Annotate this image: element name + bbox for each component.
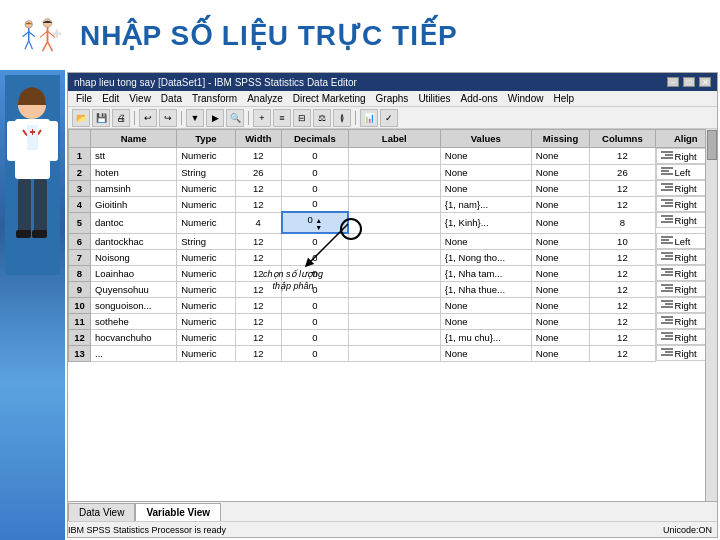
table-cell-values[interactable]: {1, mu chu}... xyxy=(440,329,531,345)
table-cell-decimals[interactable]: 0 xyxy=(282,148,349,165)
toolbar-open[interactable]: 📂 xyxy=(72,109,90,127)
table-cell-columns[interactable]: 12 xyxy=(590,180,655,196)
table-cell-type[interactable]: Numeric xyxy=(177,313,235,329)
table-cell-type[interactable]: String xyxy=(177,233,235,249)
table-row[interactable]: 10songuoison...Numeric120NoneNone12Right xyxy=(69,297,717,313)
table-cell-type[interactable]: String xyxy=(177,164,235,180)
table-cell-width[interactable]: 12 xyxy=(235,329,281,345)
table-cell-label[interactable] xyxy=(348,196,440,212)
toolbar-go-to-var[interactable]: ▶ xyxy=(206,109,224,127)
table-cell-width[interactable]: 12 xyxy=(235,345,281,361)
table-cell-name[interactable]: dantoc xyxy=(91,212,177,233)
scrollbar-thumb[interactable] xyxy=(707,130,717,160)
table-cell-columns[interactable]: 26 xyxy=(590,164,655,180)
table-cell-columns[interactable]: 8 xyxy=(590,212,655,233)
table-cell-missing[interactable]: None xyxy=(531,180,589,196)
table-cell-missing[interactable]: None xyxy=(531,265,589,281)
table-cell-columns[interactable]: 12 xyxy=(590,148,655,165)
table-cell-columns[interactable]: 12 xyxy=(590,265,655,281)
table-row[interactable]: 2hotenString260NoneNone26Left xyxy=(69,164,717,180)
table-cell-label[interactable] xyxy=(348,297,440,313)
table-cell-columns[interactable]: 12 xyxy=(590,313,655,329)
table-cell-label[interactable] xyxy=(348,329,440,345)
table-cell-decimals[interactable]: 0 xyxy=(282,345,349,361)
table-cell-decimals[interactable]: 0 xyxy=(282,180,349,196)
table-row[interactable]: 6dantockhacString120NoneNone10Left xyxy=(69,233,717,249)
menu-help[interactable]: Help xyxy=(549,93,578,104)
table-cell-label[interactable] xyxy=(348,212,440,233)
table-cell-type[interactable]: Numeric xyxy=(177,212,235,233)
window-controls[interactable]: − □ ✕ xyxy=(667,77,711,87)
menu-data[interactable]: Data xyxy=(157,93,186,104)
menu-graphs[interactable]: Graphs xyxy=(372,93,413,104)
vertical-scrollbar[interactable] xyxy=(705,129,717,501)
table-cell-width[interactable]: 12 xyxy=(235,265,281,281)
table-cell-columns[interactable]: 12 xyxy=(590,196,655,212)
table-cell-type[interactable]: Numeric xyxy=(177,297,235,313)
table-cell-width[interactable]: 12 xyxy=(235,148,281,165)
table-cell-type[interactable]: Numeric xyxy=(177,196,235,212)
table-cell-missing[interactable]: None xyxy=(531,164,589,180)
table-cell-decimals[interactable]: 0 xyxy=(282,164,349,180)
table-cell-name[interactable]: ... xyxy=(91,345,177,361)
table-cell-missing[interactable]: None xyxy=(531,297,589,313)
table-cell-type[interactable]: Numeric xyxy=(177,265,235,281)
table-cell-decimals[interactable]: 0 xyxy=(282,297,349,313)
table-cell-values[interactable]: None xyxy=(440,180,531,196)
table-cell-values[interactable]: None xyxy=(440,345,531,361)
table-cell-missing[interactable]: None xyxy=(531,212,589,233)
table-cell-label[interactable] xyxy=(348,233,440,249)
table-cell-decimals[interactable]: 0 xyxy=(282,265,349,281)
table-cell-decimals[interactable]: 0 xyxy=(282,196,349,212)
table-cell-columns[interactable]: 12 xyxy=(590,297,655,313)
menu-addons[interactable]: Add-ons xyxy=(457,93,502,104)
table-cell-values[interactable]: {1, Kinh}... xyxy=(440,212,531,233)
table-cell-missing[interactable]: None xyxy=(531,329,589,345)
table-row[interactable]: 5dantocNumeric40 ▲▼{1, Kinh}...None8Righ… xyxy=(69,212,717,233)
col-header-values[interactable]: Values xyxy=(440,130,531,148)
table-cell-width[interactable]: 4 xyxy=(235,212,281,233)
table-cell-label[interactable] xyxy=(348,345,440,361)
toolbar-redo[interactable]: ↪ xyxy=(159,109,177,127)
toolbar-undo[interactable]: ↩ xyxy=(139,109,157,127)
table-cell-label[interactable] xyxy=(348,313,440,329)
table-cell-values[interactable]: {1, Nha tam... xyxy=(440,265,531,281)
table-cell-width[interactable]: 12 xyxy=(235,281,281,297)
table-cell-name[interactable]: songuoison... xyxy=(91,297,177,313)
table-cell-name[interactable]: hocvanchuho xyxy=(91,329,177,345)
table-cell-decimals[interactable]: 0 xyxy=(282,249,349,265)
table-row[interactable]: 9QuyensohuuNumeric120{1, Nha thue...None… xyxy=(69,281,717,297)
table-cell-decimals[interactable]: 0 ▲▼ xyxy=(282,212,349,233)
table-cell-columns[interactable]: 12 xyxy=(590,281,655,297)
table-cell-name[interactable]: dantockhac xyxy=(91,233,177,249)
table-cell-values[interactable]: None xyxy=(440,313,531,329)
toolbar-split[interactable]: ⊟ xyxy=(293,109,311,127)
col-header-columns[interactable]: Columns xyxy=(590,130,655,148)
menu-file[interactable]: File xyxy=(72,93,96,104)
table-cell-width[interactable]: 12 xyxy=(235,313,281,329)
table-cell-decimals[interactable]: 0 xyxy=(282,329,349,345)
table-cell-width[interactable]: 12 xyxy=(235,297,281,313)
toolbar-insert-var[interactable]: + xyxy=(253,109,271,127)
table-cell-columns[interactable]: 10 xyxy=(590,233,655,249)
table-cell-type[interactable]: Numeric xyxy=(177,281,235,297)
table-row[interactable]: 1sttNumeric120NoneNone12Right xyxy=(69,148,717,165)
table-cell-name[interactable]: Quyensohuu xyxy=(91,281,177,297)
table-cell-missing[interactable]: None xyxy=(531,233,589,249)
table-cell-missing[interactable]: None xyxy=(531,345,589,361)
table-row[interactable]: 12hocvanchuhoNumeric120{1, mu chu}...Non… xyxy=(69,329,717,345)
tab-variable-view[interactable]: Variable View xyxy=(135,503,221,521)
table-cell-width[interactable]: 12 xyxy=(235,233,281,249)
table-cell-name[interactable]: Gioitinh xyxy=(91,196,177,212)
table-row[interactable]: 8LoainhaoNumeric120{1, Nha tam...None12R… xyxy=(69,265,717,281)
menu-window[interactable]: Window xyxy=(504,93,548,104)
table-cell-decimals[interactable]: 0 xyxy=(282,233,349,249)
table-cell-type[interactable]: Numeric xyxy=(177,148,235,165)
table-cell-name[interactable]: Loainhao xyxy=(91,265,177,281)
tab-data-view[interactable]: Data View xyxy=(68,503,135,521)
col-header-decimals[interactable]: Decimals xyxy=(282,130,349,148)
table-cell-values[interactable]: {1, Nong tho... xyxy=(440,249,531,265)
close-button[interactable]: ✕ xyxy=(699,77,711,87)
table-cell-width[interactable]: 12 xyxy=(235,180,281,196)
table-cell-name[interactable]: sothehe xyxy=(91,313,177,329)
